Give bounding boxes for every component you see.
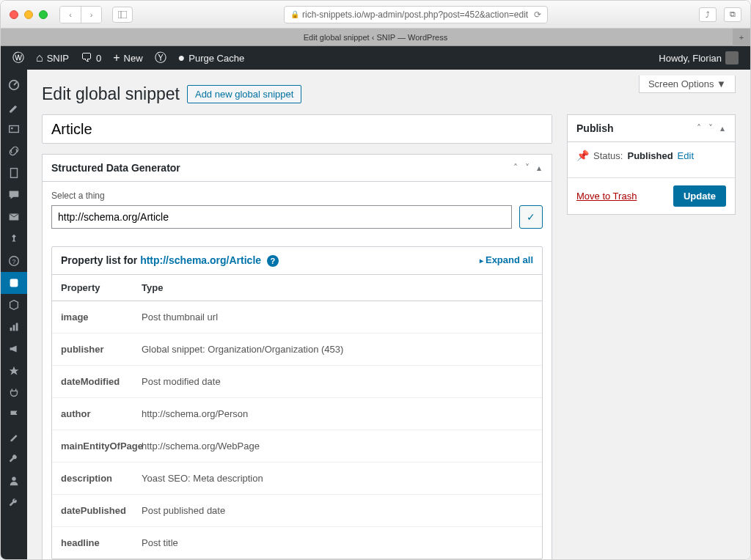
menu-appearance[interactable] [1, 426, 27, 448]
chevron-down-icon[interactable]: ˅ [524, 163, 531, 173]
status-value: Published [627, 150, 673, 161]
property-row[interactable]: publisherGlobal snippet: Organization/Or… [52, 334, 542, 366]
menu-posts[interactable] [1, 96, 27, 118]
menu-comments[interactable] [1, 184, 27, 206]
menu-media[interactable] [1, 118, 27, 140]
property-name: datePublished [61, 505, 142, 516]
chevron-up-icon[interactable]: ˄ [695, 123, 703, 133]
property-type: Global snippet: Organization/Organizatio… [142, 344, 343, 355]
status-label: Status: [593, 150, 623, 161]
publish-box-title: Publish [576, 122, 614, 134]
property-type: Post modified date [142, 376, 221, 387]
menu-plug[interactable] [1, 382, 27, 404]
plus-icon: + [113, 51, 120, 65]
property-row[interactable]: imagePost thumbnail url [52, 301, 542, 334]
schema-link[interactable]: http://schema.org/Article [140, 254, 261, 266]
purge-cache[interactable]: ●Purge Cache [172, 46, 251, 70]
menu-settings[interactable] [1, 492, 27, 514]
svg-point-13 [12, 477, 15, 481]
menu-users[interactable] [1, 470, 27, 492]
update-button[interactable]: Update [673, 185, 726, 207]
chevron-up-icon[interactable]: ˄ [512, 163, 519, 173]
add-new-button[interactable]: Add new global snippet [187, 85, 301, 103]
edit-status-link[interactable]: Edit [678, 150, 694, 161]
collapse-icon[interactable]: ▴ [719, 123, 726, 133]
move-to-trash[interactable]: Move to Trash [576, 191, 637, 202]
lock-icon: 🔒 [290, 10, 299, 18]
svg-rect-3 [10, 126, 19, 133]
pin-icon: 📌 [576, 150, 589, 161]
menu-cube[interactable] [1, 294, 27, 316]
menu-dashboard[interactable] [1, 74, 27, 96]
wp-logo[interactable]: ⓦ [7, 46, 30, 70]
window-controls [10, 10, 48, 19]
back-button[interactable]: ‹ [60, 7, 81, 23]
svg-rect-11 [13, 325, 15, 331]
yoast-link[interactable]: Ⓨ [149, 46, 172, 70]
share-icon[interactable]: ⤴ [699, 7, 717, 22]
tabs-icon[interactable]: ⧉ [724, 7, 741, 22]
property-row[interactable]: authorhttp://schema.org/Person [52, 398, 542, 430]
menu-pages[interactable] [1, 162, 27, 184]
property-row[interactable]: headlinePost title [52, 527, 542, 559]
comment-icon: 🗨 [81, 51, 92, 65]
property-type: http://schema.org/Person [142, 408, 248, 419]
property-row[interactable]: datePublishedPost published date [52, 495, 542, 527]
property-name: headline [61, 537, 142, 548]
close-icon[interactable] [10, 10, 18, 19]
help-icon[interactable]: ? [267, 255, 279, 267]
svg-rect-5 [11, 169, 18, 178]
sidebar-toggle-icon[interactable] [112, 7, 133, 23]
menu-stats[interactable] [1, 316, 27, 338]
collapse-icon[interactable]: ▴ [535, 163, 543, 173]
chevron-down-icon[interactable]: ˅ [707, 123, 714, 133]
expand-all-button[interactable]: Expand all [480, 254, 533, 267]
tab-title[interactable]: Edit global snippet ‹ SNIP — WordPress [304, 33, 447, 42]
menu-tools[interactable] [1, 448, 27, 470]
menu-star[interactable] [1, 360, 27, 382]
property-type: Post thumbnail url [142, 312, 218, 323]
property-type: http://schema.org/WebPage [142, 441, 260, 452]
wp-admin-bar: ⓦ ⌂SNIP 🗨0 +New Ⓨ ●Purge Cache Howdy, Fl… [1, 46, 750, 70]
property-type: Post published date [142, 505, 225, 516]
new-content[interactable]: +New [107, 46, 148, 70]
new-tab-button[interactable]: + [733, 29, 750, 46]
my-account[interactable]: Howdy, Florian [653, 46, 744, 70]
site-home[interactable]: ⌂SNIP [30, 46, 75, 70]
property-type: Post title [142, 537, 178, 548]
property-row[interactable]: descriptionYoast SEO: Meta description [52, 463, 542, 495]
thing-input[interactable] [51, 205, 512, 229]
svg-rect-0 [118, 11, 127, 18]
property-name: description [61, 473, 142, 484]
comments-link[interactable]: 🗨0 [75, 46, 107, 70]
forward-button[interactable]: › [81, 7, 101, 23]
url-text: rich-snippets.io/wp-admin/post.php?post=… [302, 10, 528, 20]
property-type: Yoast SEO: Meta description [142, 473, 263, 484]
maximize-icon[interactable] [39, 10, 48, 19]
url-bar[interactable]: 🔒 rich-snippets.io/wp-admin/post.php?pos… [284, 6, 548, 23]
minimize-icon[interactable] [24, 10, 33, 19]
menu-megaphone[interactable] [1, 338, 27, 360]
refresh-icon[interactable]: ⟳ [534, 10, 541, 20]
menu-help[interactable]: ? [1, 250, 27, 272]
confirm-thing-button[interactable]: ✓ [519, 205, 543, 229]
publish-box: Publish ˄ ˅ ▴ 📌 Status: Publishe [567, 114, 736, 215]
property-row[interactable]: mainEntityOfPagehttp://schema.org/WebPag… [52, 430, 542, 463]
page-title: Edit global snippet [42, 84, 180, 104]
post-title-input[interactable] [42, 114, 552, 144]
select-thing-label: Select a thing [51, 191, 543, 201]
menu-snip[interactable] [1, 272, 27, 294]
yoast-icon: Ⓨ [155, 51, 166, 66]
generator-box: Structured Data Generator ˄ ˅ ▴ Select a… [42, 154, 552, 559]
dot-icon: ● [178, 51, 186, 65]
screen-options-toggle[interactable]: Screen Options ▼ [639, 75, 736, 93]
nav-buttons: ‹ › [59, 6, 102, 23]
menu-links[interactable] [1, 140, 27, 162]
menu-flag[interactable] [1, 404, 27, 426]
svg-point-4 [11, 128, 13, 130]
menu-mail[interactable] [1, 206, 27, 228]
property-row[interactable]: dateModifiedPost modified date [52, 366, 542, 398]
svg-rect-12 [16, 323, 18, 331]
menu-pin[interactable] [1, 228, 27, 250]
property-name: image [61, 312, 142, 323]
